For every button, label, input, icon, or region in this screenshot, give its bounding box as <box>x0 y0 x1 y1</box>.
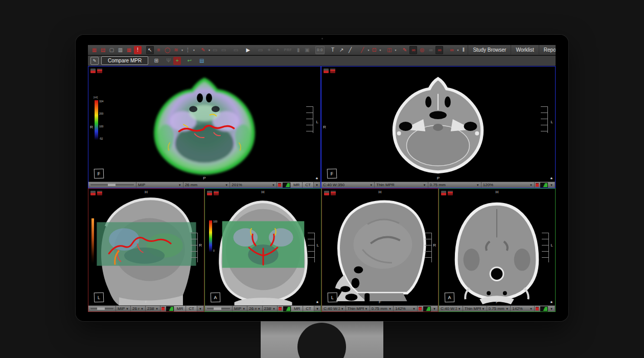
window-preset-dropdown-caret[interactable]: ▼ <box>458 307 461 310</box>
window-level-icon[interactable] <box>541 183 547 187</box>
slab-thickness-dropdown[interactable]: 26 mm▼ <box>247 306 262 311</box>
viewport-menu-arrow[interactable]: ▼ <box>548 306 555 311</box>
marker-pen-icon[interactable]: ✎ <box>401 46 408 54</box>
series-flag-icon[interactable] <box>331 191 336 195</box>
preset-indicator-icon[interactable] <box>419 307 422 310</box>
viewport-ct-sagittal[interactable]: H R F L C:40 W:350▼Thin MPR▼0.75 mm▼142%… <box>321 188 439 312</box>
zoom-dropdown-caret[interactable]: ▼ <box>412 307 416 310</box>
favorite-star-icon[interactable]: ★ <box>550 176 553 181</box>
angle-tool-icon[interactable]: ✎ <box>199 46 207 54</box>
slab-thickness-dropdown-caret[interactable]: ▼ <box>225 184 228 187</box>
freehand-line-icon[interactable]: ╱ <box>347 46 354 54</box>
text-annotation-icon[interactable]: T <box>329 46 337 54</box>
snapshot-camera-icon-caret[interactable]: ▼ <box>379 49 382 52</box>
preset-indicator-icon[interactable] <box>536 183 539 187</box>
window-preset-dropdown-caret[interactable]: ▼ <box>370 184 373 187</box>
ct-layer-button[interactable]: CT <box>303 182 314 188</box>
zoom-dropdown[interactable]: 142%▼ <box>394 306 418 311</box>
slice-slider[interactable] <box>88 306 116 311</box>
slab-thickness-dropdown-caret[interactable]: ▼ <box>476 184 479 187</box>
viewport-menu-arrow[interactable]: ▼ <box>314 306 321 311</box>
series-flag-icon[interactable] <box>97 191 102 195</box>
series-flag-icon[interactable] <box>441 191 446 195</box>
tile-count-icon[interactable]: 0:0 <box>315 46 324 54</box>
viewport-menu-arrow[interactable]: ▼ <box>548 182 555 188</box>
zoom-dropdown[interactable]: 238%▼ <box>263 306 278 311</box>
label-series-icon[interactable]: ≋ <box>172 46 180 54</box>
zoom-dropdown-caret[interactable]: ▼ <box>155 307 158 310</box>
cine-play-icon[interactable]: ▶ <box>244 46 252 54</box>
copy-viewport-icon[interactable]: ◫ <box>386 46 394 54</box>
preset-indicator-icon[interactable] <box>162 307 165 310</box>
slab-thickness-dropdown[interactable]: 0.75 mm▼ <box>487 306 511 311</box>
favorite-star-icon[interactable]: ★ <box>316 300 319 304</box>
protocol-grid-icon[interactable]: ⊞ <box>152 57 160 65</box>
slider-thumb[interactable] <box>214 307 221 310</box>
link-options-icon-caret[interactable]: ▼ <box>456 49 459 52</box>
window-preset-dropdown-caret[interactable]: ▼ <box>341 307 344 310</box>
viewport-fused-coronal[interactable]: 1000 H L F A ★ MIP▼26 mm▼238%▼MRCT▼ <box>204 188 321 312</box>
slice-slider[interactable] <box>205 306 233 311</box>
film-series-icon[interactable]: ▦ <box>125 46 133 54</box>
rendering-mode-dropdown[interactable]: Thin MPR▼ <box>375 182 428 188</box>
series-flag-icon[interactable] <box>90 69 96 73</box>
series-flag-icon[interactable] <box>207 191 212 195</box>
series-flag-icon[interactable] <box>97 69 102 73</box>
window-level-icon[interactable] <box>541 307 547 311</box>
menu-report-search[interactable]: Report Search <box>539 45 556 55</box>
series-flag-icon[interactable] <box>330 69 335 73</box>
slab-thickness-dropdown[interactable]: 26 mm▼ <box>131 306 146 311</box>
rendering-mode-dropdown-caret[interactable]: ▼ <box>482 307 485 310</box>
viewport-fused-axial[interactable]: [ml] 324200100-52 R L P F ★ MIP▼26 mm▼20… <box>88 66 321 188</box>
viewport-ct-axial[interactable]: R L P F ★ C:40 W:350▼Thin MPR▼0.75 mm▼12… <box>321 66 556 188</box>
rendering-mode-dropdown-caret[interactable]: ▼ <box>365 307 368 310</box>
slice-slider[interactable] <box>88 182 136 188</box>
zoom-dropdown-caret[interactable]: ▼ <box>272 184 275 187</box>
menu-study-browser[interactable]: Study Browser <box>468 45 511 55</box>
zoom-dropdown-caret[interactable]: ▼ <box>272 307 275 310</box>
link-series-icon[interactable]: ∞ <box>409 46 417 54</box>
mr-layer-button[interactable]: MR <box>291 306 303 311</box>
menu-worklist[interactable]: Worklist <box>511 45 538 55</box>
slab-thickness-dropdown-caret[interactable]: ▼ <box>258 307 261 310</box>
zoom-dropdown[interactable]: 120%▼ <box>481 182 535 188</box>
slab-thickness-dropdown[interactable]: 0.75 mm▼ <box>370 306 394 311</box>
ct-layer-button[interactable]: CT <box>186 306 197 311</box>
series-flag-icon[interactable] <box>90 191 96 195</box>
copy-viewport-icon-caret[interactable]: ▼ <box>395 49 397 52</box>
series-flag-icon[interactable] <box>324 69 329 73</box>
zoom-dropdown-caret[interactable]: ▼ <box>530 307 533 310</box>
favorite-star-icon[interactable]: ★ <box>315 176 318 181</box>
rendering-mode-dropdown[interactable]: Thin MPR▼ <box>463 306 487 311</box>
slab-thickness-dropdown-caret[interactable]: ▼ <box>388 307 392 310</box>
preset-indicator-icon[interactable] <box>279 307 282 310</box>
roi-ellipse-icon[interactable]: ◯ <box>164 46 171 54</box>
rendering-mode-dropdown-caret[interactable]: ▼ <box>126 307 129 310</box>
edit-protocol-icon[interactable]: ✎ <box>90 57 99 65</box>
preset-indicator-icon[interactable] <box>536 307 539 310</box>
key-image-add-icon[interactable]: + <box>173 57 181 65</box>
rendering-mode-dropdown[interactable]: MIP▼ <box>233 306 247 311</box>
layout-grid-icon[interactable]: ▦ <box>90 46 98 54</box>
ruler-tool-icon[interactable]: ╱ <box>359 46 366 54</box>
pointer-tool-icon[interactable]: ↖ <box>146 46 154 54</box>
revert-layout-icon[interactable]: ↩ <box>186 57 193 65</box>
spine-labeling-icon[interactable]: ≡ <box>155 46 163 54</box>
window-preset-dropdown[interactable]: C:40 W:350▼ <box>439 306 463 311</box>
rendering-mode-dropdown-caret[interactable]: ▼ <box>423 184 426 187</box>
alert-flag-icon[interactable]: ! <box>134 46 142 54</box>
mr-layer-button[interactable]: MR <box>291 182 303 188</box>
zoom-dropdown[interactable]: 201%▼ <box>230 182 277 188</box>
window-level-icon[interactable] <box>424 307 430 311</box>
viewport-ct-coronal[interactable]: H L F A ★ C:40 W:350▼Thin MPR▼0.75 mm▼14… <box>439 188 556 312</box>
preset-indicator-icon[interactable] <box>278 183 281 187</box>
viewport-menu-arrow[interactable]: ▼ <box>197 306 204 311</box>
snapshot-camera-icon[interactable]: ⊡ <box>371 46 378 54</box>
open-report-icon[interactable]: ▤ <box>198 57 205 65</box>
ct-layer-button[interactable]: CT <box>303 306 314 311</box>
link-options-icon[interactable]: ∞ <box>448 46 455 54</box>
compare-mpr-button[interactable]: Compare MPR <box>101 56 148 65</box>
zoom-dropdown[interactable]: 238%▼ <box>146 306 160 311</box>
window-level-icon[interactable] <box>167 307 173 311</box>
series-flag-icon[interactable] <box>324 191 329 195</box>
